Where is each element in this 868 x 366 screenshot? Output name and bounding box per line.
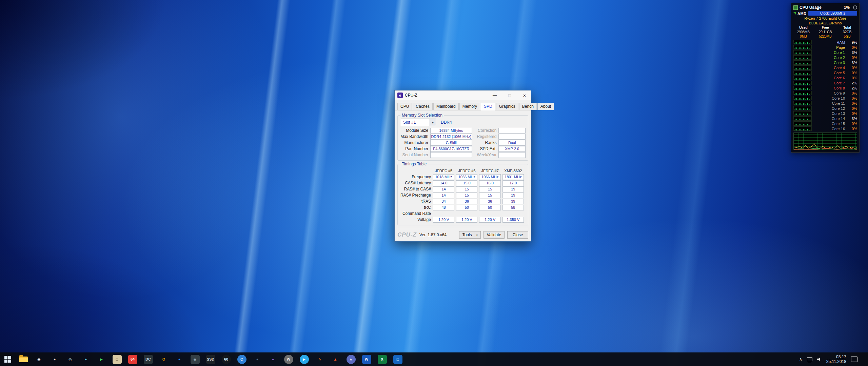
- taskbar-icon-purple-app[interactable]: ●: [265, 352, 281, 366]
- table-row: Command Rate: [400, 210, 526, 217]
- taskbar-icon-lightning[interactable]: ϟ: [312, 352, 328, 366]
- memory-table-header: Used Free Total: [793, 25, 857, 30]
- meter-value: 0%: [847, 71, 857, 75]
- history-mini-graph: [793, 96, 812, 100]
- action-center-icon[interactable]: [851, 357, 857, 362]
- column-header: JEDEC #7: [479, 168, 500, 174]
- taskbar-icon-rtss-gauge[interactable]: 60: [218, 352, 234, 366]
- close-button[interactable]: Close: [507, 231, 528, 239]
- taskbar-icon-camera[interactable]: ◎: [62, 352, 78, 366]
- history-mini-graph: [793, 55, 812, 60]
- taskbar-icon-flame[interactable]: ▲: [328, 352, 343, 366]
- taskbar-icon-excel[interactable]: X: [374, 352, 390, 366]
- tab-caches[interactable]: Caches: [413, 103, 433, 110]
- taskbar: ◉ ● ◎ ● ▶ □ 64 DC Q ● ◆ SSD 60 C ● ● W ▶…: [0, 352, 868, 366]
- taskbar-icon-blue-orb[interactable]: ●: [78, 352, 94, 366]
- cell: 14.0: [433, 180, 454, 186]
- meter-value: 0%: [847, 45, 857, 49]
- tab-cpu[interactable]: CPU: [397, 103, 412, 110]
- slot-type-label: DDR4: [441, 120, 452, 125]
- meter-label: Core 12: [814, 106, 845, 110]
- show-hidden-icons-chevron[interactable]: ∧: [799, 357, 802, 362]
- cpuz-body: Memory Slot Selection Slot #1 DDR4 Modul…: [395, 110, 531, 241]
- taskbar-icon-word[interactable]: W: [359, 352, 374, 366]
- tab-graphics[interactable]: Graphics: [496, 103, 518, 110]
- minimize-button[interactable]: [488, 90, 501, 100]
- meter-value: 3%: [847, 117, 857, 121]
- cell: 1.350 V: [502, 217, 524, 223]
- taskbar-icon-w-circle[interactable]: W: [281, 352, 296, 366]
- history-mini-graph: [793, 106, 812, 110]
- taskbar-icon-dark-app[interactable]: ◆: [187, 352, 203, 366]
- registered-value: [498, 134, 526, 140]
- hostname: BLUEEAGLE\Rhino: [793, 21, 857, 25]
- taskbar-icon-ssd-tool[interactable]: SSD: [203, 352, 218, 366]
- tab-mainboard[interactable]: Mainboard: [433, 103, 459, 110]
- taskbar-icon-white-disc[interactable]: ◉: [31, 352, 47, 366]
- taskbar-icon-blue-round[interactable]: ●: [172, 352, 187, 366]
- taskbar-icon-telegram[interactable]: ▶: [296, 352, 312, 366]
- volume-icon[interactable]: [817, 357, 822, 361]
- page-used: 0MB: [793, 34, 813, 39]
- meter-label: Core 15: [814, 122, 845, 126]
- tab-memory[interactable]: Memory: [459, 103, 480, 110]
- page-free: 5220MB: [813, 34, 837, 39]
- flame-icon: ▲: [331, 355, 340, 364]
- table-row: RAS# Precharge 14 15 15 19: [400, 192, 526, 198]
- taskbar-icon-dark-sphere[interactable]: ●: [250, 352, 265, 366]
- rtss-gauge-icon: 60: [222, 355, 231, 364]
- cpuz-app-icon: e: [397, 93, 403, 98]
- tab-about[interactable]: About: [537, 103, 554, 110]
- taskbar-icon-blue-square[interactable]: □: [390, 352, 406, 366]
- close-window-button[interactable]: [518, 90, 531, 100]
- validate-button[interactable]: Validate: [484, 231, 505, 239]
- tab-spd[interactable]: SPD: [481, 103, 495, 110]
- network-icon[interactable]: [807, 357, 812, 361]
- spd-ext-value: XMP 2.0: [498, 146, 526, 152]
- tools-button[interactable]: Tools: [459, 231, 481, 239]
- file-explorer-icon: [19, 357, 28, 362]
- timings-table-group: Timings Table JEDEC #5 JEDEC #6 JEDEC #7…: [397, 164, 528, 225]
- memory-slot-select[interactable]: Slot #1: [401, 119, 436, 126]
- row-label: Command Rate: [400, 211, 433, 216]
- amd-logo-icon: [793, 12, 796, 15]
- history-mini-graph: [793, 65, 812, 70]
- meter-list: RAM9% Page0% Core 13% Core 20% Core 33% …: [793, 40, 857, 131]
- taskbar-icon-white-orb[interactable]: ●: [47, 352, 62, 366]
- tools-dropdown-icon[interactable]: [474, 232, 478, 237]
- maximize-button[interactable]: [503, 90, 516, 100]
- taskbar-icon-ccleaner[interactable]: C: [234, 352, 250, 366]
- taskbar-icon-green-arrow[interactable]: ▶: [94, 352, 109, 366]
- blue-round-icon: ●: [175, 355, 184, 364]
- memory-slot-selection-group: Memory Slot Selection Slot #1 DDR4 Modul…: [397, 115, 528, 161]
- white-orb-icon: ●: [50, 355, 59, 364]
- taskbar-icon-package[interactable]: □: [109, 352, 125, 366]
- start-button[interactable]: [0, 352, 16, 366]
- taskbar-icon-dc-app[interactable]: DC: [140, 352, 156, 366]
- meter-value: 0%: [847, 106, 857, 110]
- cpu-usage-gadget: CPU Usage 1% AMD Clock: 3200MHz Ryzen 7 …: [791, 3, 860, 153]
- windows-logo-icon: [4, 356, 11, 363]
- meter-value: 0%: [847, 66, 857, 70]
- field-label: Correction: [475, 128, 498, 133]
- field-label: Manufacturer: [400, 140, 430, 145]
- window-title: CPU-Z: [405, 93, 417, 98]
- taskbar-icon-aida64[interactable]: 64: [125, 352, 140, 366]
- meter-row: Page0%: [793, 45, 857, 50]
- tray-clock[interactable]: 03:17 25.11.2018: [826, 354, 846, 364]
- history-mini-graph: [793, 111, 812, 116]
- gadget-settings-icon[interactable]: [853, 5, 857, 9]
- meter-row: Core 60%: [793, 75, 857, 80]
- cell: 17.0: [502, 180, 524, 186]
- week-year-value: [498, 152, 526, 158]
- taskbar-icon-star-app[interactable]: ★: [343, 352, 359, 366]
- group-title: Memory Slot Selection: [400, 113, 444, 118]
- cpuz-window: e CPU-Z CPU Caches Mainboard Memory SPD …: [394, 90, 531, 242]
- meter-row: Core 33%: [793, 60, 857, 65]
- total-cpu-usage: 1%: [844, 5, 850, 10]
- taskbar-icon-q-app[interactable]: Q: [156, 352, 172, 366]
- cell: 36: [456, 199, 477, 204]
- cpuz-titlebar[interactable]: e CPU-Z: [395, 90, 531, 100]
- tab-bench[interactable]: Bench: [519, 103, 537, 110]
- taskbar-icon-file-explorer[interactable]: [16, 352, 31, 366]
